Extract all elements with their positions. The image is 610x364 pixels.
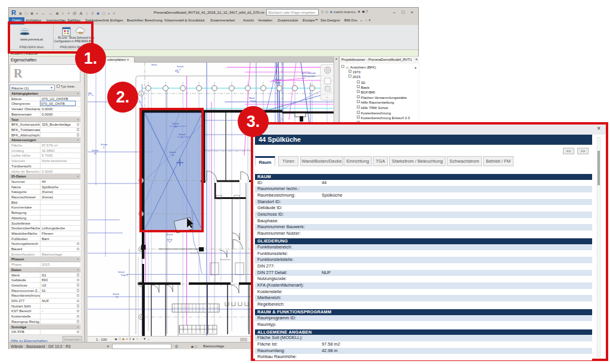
svg-text:Schnitt: Schnitt: [113, 293, 119, 295]
svg-text:Schnitt: Schnitt: [118, 271, 125, 273]
svg-text:Schnitt: Schnitt: [166, 234, 173, 236]
svg-text:Füge-4: Füge-4: [121, 274, 127, 276]
svg-text:Share: Share: [151, 64, 157, 66]
svg-text:14: 14: [116, 296, 118, 298]
svg-text:1470-Gebäude: 1470-Gebäude: [301, 72, 316, 74]
svg-text:Stimmbildtr...: Stimmbildtr...: [220, 259, 232, 261]
svg-text:Bösch: Bösch: [275, 79, 281, 81]
svg-text:Schnitt: Schnitt: [92, 150, 98, 152]
svg-text:Stimmbild-Schnitt: Stimmbild-Schnitt: [190, 252, 206, 254]
svg-text:Übergangsb...: Übergangsb...: [303, 75, 317, 77]
svg-text:2: 2: [179, 69, 180, 71]
svg-text:4: 4: [103, 147, 104, 149]
svg-text:7: 7: [169, 237, 170, 239]
svg-text:Wand: Wand: [249, 97, 254, 99]
svg-text:Kante: Kante: [275, 82, 281, 84]
svg-text:Schnitt: Schnitt: [177, 66, 183, 68]
svg-text:42: 42: [94, 153, 97, 155]
svg-text:1: 1: [141, 92, 142, 95]
svg-text:Schnitt: Schnitt: [101, 144, 107, 146]
svg-text:Profile: Profile: [250, 100, 256, 102]
